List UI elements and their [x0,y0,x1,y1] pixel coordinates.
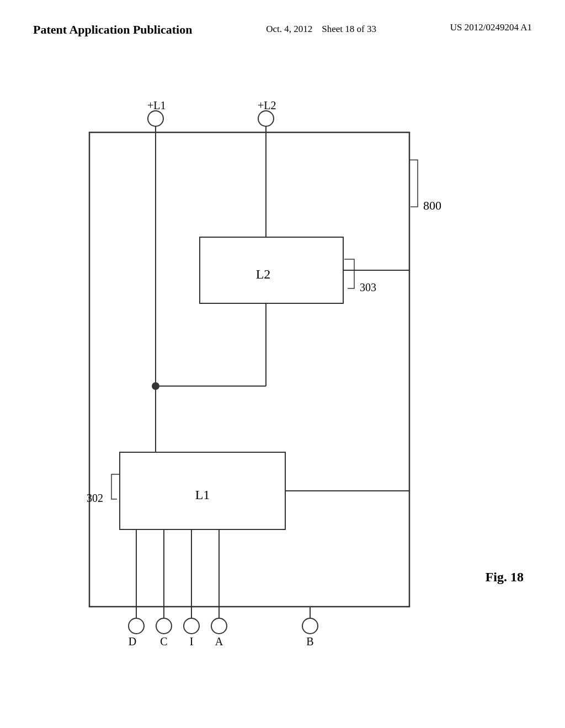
ref-303-label: 303 [360,281,376,293]
circuit-diagram: 800 +L1 +L2 L2 303 L1 302 [33,88,532,695]
sheet-number: Sheet 18 of 33 [322,24,376,34]
terminal-c-label: C [160,635,167,647]
terminal-b-label: B [306,635,313,647]
publication-title: Patent Application Publication [33,22,192,38]
ref-302-label: 302 [87,492,103,504]
svg-point-19 [184,618,199,634]
l2-box-label: L2 [256,267,271,281]
patent-number: US 2012/0249204 A1 [450,22,532,33]
svg-point-15 [129,618,144,634]
ref-800-label: 800 [423,199,441,212]
svg-rect-0 [89,132,409,607]
svg-point-24 [302,618,318,634]
svg-rect-5 [200,237,343,303]
svg-point-17 [156,618,172,634]
plus-l1-label: +L1 [147,99,166,111]
svg-point-3 [258,111,274,126]
figure-label: Fig. 18 [486,570,524,585]
page-header: Patent Application Publication Oct. 4, 2… [0,22,565,38]
plus-l2-label: +L2 [258,99,276,111]
svg-point-1 [148,111,163,126]
terminal-a-label: A [215,635,223,647]
svg-point-21 [211,618,227,634]
terminal-i-label: I [190,635,194,647]
publication-date-sheet: Oct. 4, 2012 Sheet 18 of 33 [266,22,376,36]
terminal-d-label: D [129,635,136,647]
publication-date: Oct. 4, 2012 [266,24,312,34]
l1-box-label: L1 [195,488,210,502]
